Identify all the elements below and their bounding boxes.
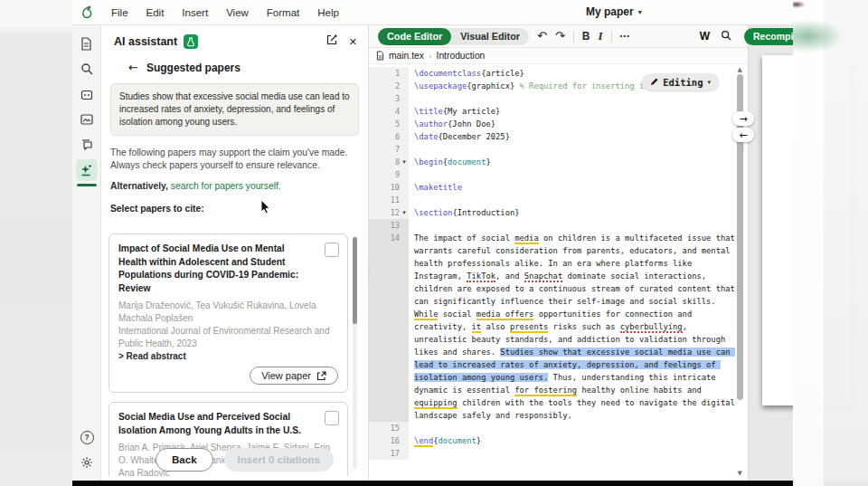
settings-gear-icon[interactable] [76,452,98,473]
paper-list-scrollbar-thumb[interactable] [353,237,357,324]
menu-file[interactable]: File [111,7,128,18]
suggested-papers-heading: Suggested papers [146,62,241,74]
figure-icon[interactable] [76,109,98,130]
menu-insert[interactable]: Insert [182,7,208,18]
ai-panel-header: AI assistant ✕ [101,25,368,53]
line-gutter: 3 [369,92,409,105]
project-title-dropdown[interactable]: My paper ▾ [586,5,642,18]
code-line-13[interactable]: 13 [369,219,748,232]
editor-panel: Code Editor Visual Editor ↶ ↷ B I ••• W … [369,25,749,481]
menu-help[interactable]: Help [317,7,339,18]
writefull-icon[interactable]: W [700,30,710,43]
code-line-11[interactable]: 11 [369,194,748,206]
view-paper-button[interactable]: View paper [250,367,338,385]
code-line-8[interactable]: 8▾\begin{document} [369,156,748,168]
suggestion-description: The following papers may support the cla… [110,147,359,172]
line-gutter: 12▾ [369,206,409,219]
paper-list: Impact of Social Media Use on Mental Hea… [108,230,361,476]
claim-quote-box: Studies show that excessive social media… [110,83,359,136]
line-gutter: 6 [369,130,409,143]
insert-citations-button[interactable]: Insert 0 citations [224,448,334,472]
expand-left-arrow-icon[interactable]: ← [732,128,754,142]
paper-card: Impact of Social Media Use on Mental Hea… [108,233,348,393]
toolbar-divider [611,31,612,43]
line-gutter: 1 [369,67,409,80]
italic-icon[interactable]: I [598,28,602,44]
search-icon[interactable] [76,58,98,80]
close-icon[interactable]: ✕ [349,36,357,48]
overleaf-logo-icon[interactable] [80,5,95,20]
undo-icon[interactable]: ↶ [537,28,547,44]
file-outline-icon[interactable] [76,33,98,54]
help-icon[interactable]: ? [76,426,98,448]
external-link-icon [316,371,326,381]
line-gutter: 14 [369,232,409,422]
search-icon[interactable] [721,28,731,44]
compose-icon[interactable] [326,33,338,50]
ai-assistant-sparkle-icon[interactable] [76,159,98,181]
code-line-4[interactable]: 4\title{My article} [369,105,748,118]
line-gutter: 4 [369,105,409,118]
top-menu-bar: FileEditInsertViewFormatHelp My paper ▾ [0,0,868,25]
code-line-12[interactable]: 12▾\section{Introduction} [369,206,748,219]
code-line-10[interactable]: 10\maketitle [369,181,748,194]
project-title-label: My paper [586,5,634,18]
code-line-6[interactable]: 6\date{December 2025} [369,130,748,143]
back-button[interactable]: Back [156,448,213,472]
redo-icon[interactable]: ↷ [555,28,565,44]
code-line-14[interactable]: 14The impact of social media on children… [369,232,748,422]
code-line-5[interactable]: 5\author{John Doe} [369,118,748,130]
menu-edit[interactable]: Edit [146,7,165,18]
line-gutter: 16 [369,434,409,447]
panel-resize-dots[interactable]: ⋮⋮ [365,268,372,277]
code-editor-tab[interactable]: Code Editor [378,28,451,45]
fold-arrow-icon[interactable]: ▾ [400,156,409,168]
editor-toolbar: Code Editor Visual Editor ↶ ↷ B I ••• W [369,25,748,48]
bold-icon[interactable]: B [582,28,590,44]
bottom-black-bar [0,481,868,486]
read-abstract-link[interactable]: > Read abstract [118,351,338,361]
code-editor-area[interactable]: 1\documentclass{article}2\usepackage{gra… [369,64,748,481]
scroll-up-arrow-icon[interactable]: ▲ [738,66,742,73]
paper-title: Impact of Social Media Use on Mental Hea… [118,243,338,295]
visual-editor-tab[interactable]: Visual Editor [451,28,529,45]
editing-label: Editing [663,77,703,88]
more-icon[interactable]: ••• [620,28,630,44]
ai-assistant-title: AI assistant [114,35,177,48]
paper-checkbox[interactable] [325,243,339,257]
breadcrumb-separator: › [429,52,432,61]
menu-view[interactable]: View [226,7,249,18]
line-gutter: 7 [369,143,409,156]
alternative-prefix: Alternatively, [110,181,168,191]
code-line-3[interactable]: 3 [369,92,748,105]
code-line-17[interactable]: 17 [369,447,748,460]
resize-dots-icon[interactable]: ⋮⋮ [741,144,747,153]
code-line-9[interactable]: 9 [369,168,748,181]
code-line-15[interactable]: 15 [369,422,748,434]
line-gutter: 13 [369,219,409,232]
scroll-down-arrow-icon[interactable]: ▼ [738,470,742,477]
breadcrumb-section[interactable]: Introduction [437,51,486,61]
select-papers-label: Select papers to cite: [110,204,359,214]
editing-mode-chip[interactable]: Editing ▾ [642,73,719,91]
line-gutter: 11 [369,194,409,206]
line-gutter: 5 [369,118,409,130]
line-gutter: 10 [369,181,409,194]
line-gutter: 15 [369,422,409,434]
search-papers-link[interactable]: search for papers yourself. [171,181,281,191]
line-gutter: 9 [369,168,409,181]
fold-arrow-icon[interactable]: ▾ [400,206,409,219]
chat-icon[interactable] [76,134,98,156]
menu-items: FileEditInsertViewFormatHelp [111,7,339,18]
code-line-16[interactable]: 16\end{document} [369,434,748,447]
paper-checkbox[interactable] [325,411,339,425]
line-gutter: 8▾ [369,156,409,168]
expand-right-arrow-icon[interactable]: → [732,111,754,126]
editor-mode-toggle: Code Editor Visual Editor [378,28,529,45]
integrations-icon[interactable] [76,83,98,105]
breadcrumb-file[interactable]: main.tex [389,51,424,61]
menu-format[interactable]: Format [267,7,299,18]
back-arrow-icon[interactable]: ← [128,61,138,74]
blurred-right-edge [793,0,868,486]
code-line-7[interactable]: 7 [369,143,748,156]
